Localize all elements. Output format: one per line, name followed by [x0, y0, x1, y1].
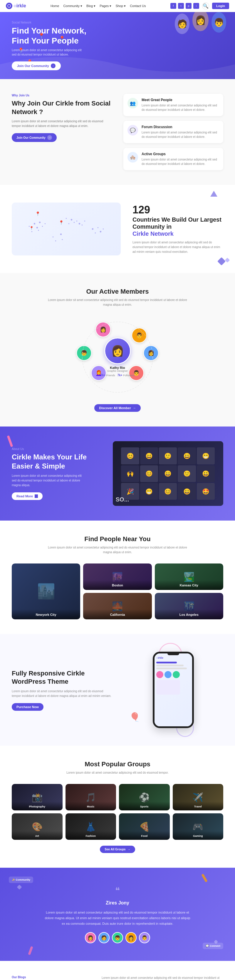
- svg-point-5: [37, 227, 38, 228]
- arrow-icon: →: [51, 64, 56, 68]
- discover-members-button[interactable]: Discover All Member →: [94, 404, 140, 412]
- city-card-kansas[interactable]: 🏞️ Kansas City: [155, 563, 223, 590]
- crowd-grid: 😊 😄 🙂 😀 😁 🙌 😊 😄 🙂 😀 🎉 😁 😊 😄 🤩: [118, 444, 218, 503]
- group-card-4[interactable]: 🎨 Art: [12, 813, 63, 840]
- triangle-1: [210, 191, 218, 197]
- feature-card-0: 👥 Meet Great People Lorem ipsum dolor si…: [123, 94, 223, 116]
- center-member-avatar: 👩: [104, 338, 131, 364]
- phone-header: ○irkle: [156, 656, 191, 659]
- map-pin-a: 📍: [35, 212, 40, 216]
- diamond-1: [218, 257, 225, 266]
- blogs-section: Our Blogs Discover Our Awesome Blogs & S…: [0, 961, 235, 980]
- deco-right: 💬 Connect: [203, 943, 223, 949]
- quote-icon: ❝: [115, 885, 120, 896]
- arrow-icon: →: [133, 406, 136, 410]
- logo-icon: [6, 3, 12, 9]
- arrow-icon: →: [47, 135, 52, 140]
- nav-community[interactable]: Community ▾: [63, 4, 82, 8]
- purchase-button[interactable]: Purchase Now: [12, 703, 43, 711]
- blogs-title-block: Our Blogs Discover Our Awesome Blogs & S…: [12, 975, 93, 980]
- svg-point-9: [66, 218, 67, 219]
- see-all-groups-button[interactable]: See All Groups →: [100, 846, 135, 853]
- feature-icon-2: 🏘️: [127, 152, 138, 162]
- nav-pages[interactable]: Pages ▾: [100, 4, 111, 8]
- why-join-description: Lorem ipsum dolor sit amet consectetur a…: [12, 119, 112, 129]
- hero-title: Find Your Network, Find Your People: [12, 26, 94, 46]
- groups-grid: 📸 Photography 🎵 Music ⚽ Sports ✈️: [12, 784, 223, 840]
- feature-text-1: Forum Discussion Lorem ipsum dolor sit a…: [141, 125, 219, 139]
- find-people-description: Lorem ipsum dolor sit amet consectetur a…: [44, 545, 191, 555]
- city-card-losangeles[interactable]: 🌃 Los Angeles: [155, 593, 223, 619]
- city-card-boston[interactable]: 🌆 Boston: [83, 563, 152, 590]
- svg-point-23: [55, 240, 56, 242]
- svg-point-21: [100, 231, 102, 232]
- testimonial-name: Zires Jony: [44, 900, 191, 906]
- countries-description: Lorem ipsum dolor sit amet consectetur a…: [132, 240, 223, 254]
- group-card-5[interactable]: 👗 Fashion: [65, 813, 116, 840]
- diamond-decoration: [219, 258, 229, 264]
- jumping-figures: 🧑 👩 👦: [175, 15, 226, 37]
- city-name-losangeles: Los Angeles: [179, 613, 198, 616]
- testimonial-avatar-1: 🧑: [98, 932, 110, 943]
- nav-contact[interactable]: Contact Us: [130, 4, 146, 8]
- hero-cta-button[interactable]: Join Our Community →: [12, 61, 61, 70]
- group-card-3[interactable]: ✈️ Travel: [173, 784, 224, 810]
- countries-title: Countries We Build Our Largest Community…: [132, 216, 223, 237]
- deco-stick-bottom: [28, 946, 33, 955]
- hero-subtitle: Lorem ipsum dolor sit amet consectetur a…: [12, 48, 85, 57]
- map-pin-c: 📍: [29, 226, 34, 230]
- deco-stick-top: [201, 873, 208, 882]
- phone-bar-3: [156, 668, 187, 669]
- blogs-tag: Our Blogs: [12, 975, 93, 979]
- svg-point-2: [39, 222, 41, 223]
- deco-left: ✨ Community: [9, 877, 33, 883]
- city-card-newyork[interactable]: 🏙️ Newyork City: [12, 563, 80, 619]
- member-followers-stat: 7k+ Followers: [118, 374, 135, 377]
- nav-blog[interactable]: Blog ▾: [86, 4, 95, 8]
- testimonial-avatar-3: 👩: [125, 932, 137, 943]
- instagram-icon[interactable]: i: [193, 3, 199, 9]
- deco-diamond-left: [17, 885, 22, 890]
- svg-point-18: [97, 227, 99, 228]
- orbit-member-3: 👩: [143, 345, 159, 361]
- svg-point-24: [60, 233, 62, 235]
- twitter-icon[interactable]: t: [178, 3, 184, 9]
- pinterest-icon[interactable]: p: [186, 3, 192, 9]
- group-card-1[interactable]: 🎵 Music: [65, 784, 116, 810]
- crowd-text: SO...: [116, 496, 129, 503]
- city-name-newyork: Newyork City: [36, 613, 56, 616]
- popular-groups-section: Most Popular Groups Lorem ipsum dolor si…: [0, 746, 235, 868]
- join-community-button[interactable]: Join Our Community →: [12, 133, 57, 142]
- phone-logo: ○irkle: [156, 656, 164, 659]
- svg-point-14: [79, 223, 80, 224]
- search-button[interactable]: 🔍: [202, 2, 209, 10]
- city-card-california[interactable]: 🌉 California: [83, 593, 152, 619]
- why-join-section: Why Join Us Why Join Our Cirkle from Soc…: [0, 79, 235, 185]
- group-card-6[interactable]: 🍕 Food: [119, 813, 170, 840]
- svg-point-7: [32, 231, 33, 232]
- read-more-button[interactable]: Read More →: [12, 492, 43, 500]
- svg-point-13: [74, 222, 75, 223]
- logo-text: ○irkle: [14, 3, 26, 8]
- group-card-0[interactable]: 📸 Photography: [12, 784, 63, 810]
- phone-mockup-container: ○irkle 🎈: [123, 652, 223, 728]
- phone-avatar-row: [156, 671, 191, 678]
- members-circle: 👩 👨 👦 👩 👩‍🦰 👨: [70, 316, 165, 398]
- login-button[interactable]: Login: [212, 3, 229, 9]
- hero-section: Social Network Find Your Network, Find Y…: [0, 12, 235, 79]
- navbar: ○irkle Home Community ▾ Blog ▾ Pages ▾ S…: [0, 0, 235, 12]
- group-card-2[interactable]: ⚽ Sports: [119, 784, 170, 810]
- center-member-stats: 7k+ Friends 7k+ Followers: [100, 374, 134, 377]
- nav-home[interactable]: Home: [51, 4, 59, 8]
- testimonial-avatar-2: 👦: [112, 932, 123, 943]
- svg-point-3: [44, 223, 46, 224]
- nav-shop[interactable]: Shop ▾: [116, 4, 126, 8]
- popular-groups-description: Lorem ipsum dolor sit amet consectetur a…: [44, 770, 191, 775]
- active-members-section: Our Active Members Lorem ipsum dolor sit…: [0, 273, 235, 426]
- facebook-icon[interactable]: f: [170, 3, 176, 9]
- member-friends-stat: 7k+ Friends: [100, 374, 115, 377]
- svg-point-8: [38, 230, 39, 231]
- group-card-7[interactable]: 🎮 Gaming: [173, 813, 224, 840]
- testimonial-avatar-0: 👩: [85, 932, 96, 943]
- feature-icon-1: 💬: [127, 125, 138, 135]
